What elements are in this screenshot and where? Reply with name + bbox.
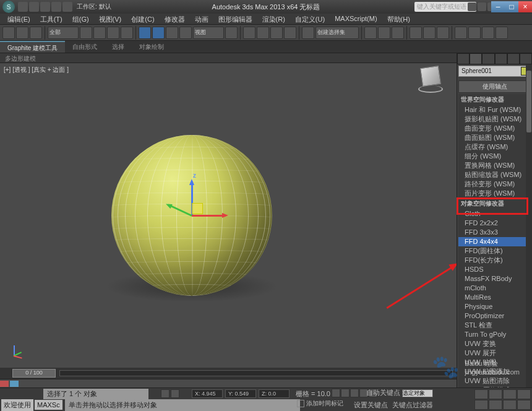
track-bar[interactable]: [0, 379, 457, 387]
viewcube[interactable]: [417, 67, 444, 94]
schematic-button[interactable]: [423, 27, 435, 39]
help-search-input[interactable]: 键入关键字或短语: [414, 2, 476, 12]
angle-snap-button[interactable]: [257, 27, 269, 39]
modifier-item[interactable]: 摄影机贴图 (WSM): [458, 115, 531, 124]
menu-V[interactable]: 视图(V): [94, 14, 127, 24]
select-move-button[interactable]: [139, 27, 151, 39]
modifier-item[interactable]: FFD(圆柱体): [458, 246, 531, 256]
help-signin-icon[interactable]: [468, 2, 476, 11]
time-slider-handle[interactable]: 0 / 100: [12, 369, 56, 378]
modifier-item[interactable]: MassFX RBody: [458, 274, 531, 283]
fov-icon[interactable]: [489, 400, 502, 410]
coord-x-field[interactable]: X: 4.945: [192, 389, 223, 398]
motion-tab-icon[interactable]: [495, 53, 507, 64]
panel-scrollbar[interactable]: [526, 64, 532, 411]
select-rotate-button[interactable]: [152, 27, 165, 39]
utilities-tab-icon[interactable]: [520, 53, 532, 64]
modifier-list-dropdown[interactable]: 使用轴点: [458, 80, 531, 93]
render-button[interactable]: [482, 27, 494, 39]
align-button[interactable]: [378, 27, 390, 39]
coord-y-field[interactable]: Y: 0.549: [225, 389, 256, 398]
ref-coord-button[interactable]: [179, 27, 192, 39]
modifier-item[interactable]: Hair 和 Fur (WSM): [458, 105, 531, 115]
modifier-item[interactable]: HSDS: [458, 265, 531, 274]
minimize-button[interactable]: –: [491, 1, 505, 12]
welcome-tag[interactable]: 欢迎使用: [1, 399, 33, 411]
select-name-button[interactable]: [93, 27, 106, 39]
menu-T[interactable]: 工具(T): [35, 14, 67, 24]
ribbon-tab-1[interactable]: 自由形式: [65, 41, 105, 53]
modifier-item[interactable]: 曲面贴图 (WSM): [458, 133, 531, 142]
key-filter-button[interactable]: 关键点过滤器: [392, 401, 433, 409]
modifier-item[interactable]: 细分 (WSM): [458, 152, 531, 161]
modifier-item[interactable]: 路径变形 (WSM): [458, 180, 531, 189]
close-button[interactable]: ×: [518, 1, 532, 12]
modifier-item[interactable]: Turn To gPoly: [458, 330, 531, 339]
selected-filter-input[interactable]: [402, 389, 433, 397]
modifier-item[interactable]: FFD 4x4x4: [458, 237, 531, 246]
menu-E[interactable]: 编辑(E): [2, 14, 35, 24]
modifier-item[interactable]: 曲面变形 (WSM): [458, 124, 531, 133]
help-star-icon[interactable]: [478, 2, 486, 11]
modifier-item[interactable]: mCloth: [458, 283, 531, 293]
modifier-item[interactable]: Cloth: [458, 209, 531, 218]
pivot-button[interactable]: [225, 27, 238, 39]
modifier-item[interactable]: STL 检查: [458, 321, 531, 330]
modifier-item[interactable]: Physique: [458, 302, 531, 311]
modify-tab-icon[interactable]: [470, 53, 482, 64]
modifier-item[interactable]: 贴图缩放器 (WSM): [458, 170, 531, 180]
modifier-item[interactable]: FFD(长方体): [458, 256, 531, 265]
zoom-all-icon[interactable]: [517, 389, 531, 399]
named-selection-dropdown[interactable]: 创建选择集: [315, 27, 359, 39]
rect-select-button[interactable]: [107, 27, 119, 39]
select-scale-button[interactable]: [166, 27, 178, 39]
object-name-field[interactable]: Sphere001: [458, 66, 531, 77]
render-setup-button[interactable]: [455, 27, 467, 39]
prev-frame-icon[interactable]: [341, 389, 350, 397]
modifier-item[interactable]: 置换网格 (WSM): [458, 161, 531, 170]
menu-H[interactable]: 帮助(H): [382, 14, 415, 24]
maxscript-tag[interactable]: MAXSc: [35, 400, 62, 410]
ribbon-tab-2[interactable]: 选择: [105, 41, 132, 53]
autokey-button[interactable]: 自动关键点: [366, 389, 400, 396]
menu-[interactable]: 图形编辑器: [213, 14, 257, 24]
lock-selection-icon[interactable]: [161, 389, 169, 398]
workspace-selector[interactable]: 工作区: 默认: [77, 2, 111, 11]
app-logo-icon[interactable]: S: [2, 1, 15, 13]
undo-button[interactable]: [2, 27, 15, 39]
modifier-item[interactable]: 面片变形 (WSM): [458, 189, 531, 198]
sphere-object[interactable]: z: [111, 135, 272, 296]
menu-[interactable]: 修改器: [160, 14, 190, 24]
arc-rotate-icon[interactable]: [489, 389, 502, 399]
quick-save-icon[interactable]: [40, 2, 50, 12]
menu-[interactable]: 动画: [190, 14, 213, 24]
menu-R[interactable]: 渲染(R): [257, 14, 290, 24]
create-tab-icon[interactable]: [457, 53, 470, 64]
mirror-button[interactable]: [364, 27, 377, 39]
add-time-tag-checkbox[interactable]: 添加时间标记: [297, 399, 343, 408]
window-crossing-button[interactable]: [121, 27, 133, 39]
hierarchy-tab-icon[interactable]: [482, 53, 494, 64]
pan-icon[interactable]: [474, 389, 488, 399]
selection-filter-dropdown[interactable]: 全部: [48, 27, 79, 39]
time-slider-track[interactable]: [59, 370, 453, 376]
render-frame-button[interactable]: [468, 27, 481, 39]
layer-button[interactable]: [392, 27, 404, 39]
trackbar-marker-blue[interactable]: [10, 381, 19, 387]
quick-open-icon[interactable]: [29, 2, 39, 12]
redo-button[interactable]: [16, 27, 28, 39]
trackbar-marker-red[interactable]: [0, 381, 9, 387]
spinner-snap-button[interactable]: [284, 27, 296, 39]
absolute-transform-icon[interactable]: [171, 389, 179, 398]
menu-G[interactable]: 组(G): [67, 14, 94, 24]
menu-C[interactable]: 创建(C): [126, 14, 159, 24]
render-prod-button[interactable]: [496, 27, 508, 39]
ribbon-tab-0[interactable]: Graphite 建模工具: [0, 41, 65, 53]
nav-more-icon[interactable]: [517, 400, 531, 410]
quick-redo-icon[interactable]: [62, 2, 72, 12]
display-tab-icon[interactable]: [507, 53, 520, 64]
modifier-item[interactable]: FFD 2x2x2: [458, 218, 531, 228]
modifier-item[interactable]: 点缓存 (WSM): [458, 142, 531, 152]
quick-new-icon[interactable]: [18, 2, 28, 12]
coord-z-field[interactable]: Z: 0.0: [259, 389, 290, 398]
